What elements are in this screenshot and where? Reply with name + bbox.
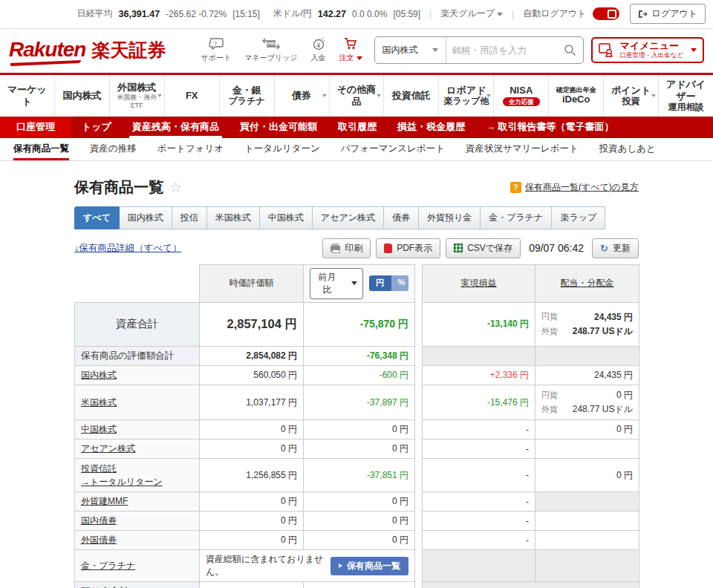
svg-text:?: ? bbox=[214, 40, 218, 47]
last-updated-timestamp: 09/07 06:42 bbox=[529, 242, 584, 254]
nav-other-products[interactable]: その他商品 bbox=[329, 75, 384, 117]
tab-foreign-deposit[interactable]: 外貨預り金 bbox=[419, 206, 481, 229]
account-person-icon bbox=[599, 42, 615, 57]
gold-holdings-list-button[interactable]: 保有商品一覧 bbox=[331, 557, 408, 575]
search-input[interactable] bbox=[446, 45, 564, 56]
main-content: 保有商品一覧 ☆ ? 保有商品一覧(すべて)の見方 すべて 国内株式 投信 米国… bbox=[74, 177, 639, 588]
row-label: 外国債券 bbox=[75, 531, 200, 550]
help-area: ? 保有商品一覧(すべて)の見方 bbox=[510, 181, 639, 194]
usdjpy-time: [05:59] bbox=[393, 9, 420, 19]
row-asean-stocks: アセアン株式 0 円 0 円 - bbox=[75, 440, 639, 459]
rakuten-group-menu[interactable]: 楽天グループ bbox=[440, 7, 503, 20]
site-header: Rakuten 楽天証券 ? サポート BANK マネーブリッジ 入金 注文 国… bbox=[0, 29, 713, 73]
support-chat-icon: ? bbox=[209, 37, 224, 50]
subnav-asset-summary-report[interactable]: 資産状況サマリーレポート bbox=[466, 138, 579, 160]
refresh-button[interactable]: ↻更新 bbox=[592, 238, 639, 258]
deposit-button[interactable]: 入金 bbox=[311, 37, 326, 63]
search-category-select[interactable]: 国内株式 bbox=[375, 37, 446, 63]
order-button[interactable]: 注文 bbox=[339, 37, 362, 63]
search-icon[interactable] bbox=[564, 44, 576, 56]
acct-nav-trade-reports[interactable]: → 取引報告書等（電子書面） bbox=[475, 117, 625, 138]
nav-gold-silver-platinum[interactable]: 金・銀プラチナ bbox=[219, 75, 274, 117]
compare-period-select[interactable]: 前月比 bbox=[310, 268, 363, 299]
pdf-button[interactable]: PDF表示 bbox=[376, 238, 440, 258]
tab-gold-platinum[interactable]: 金・プラチナ bbox=[481, 206, 552, 229]
row-gold-platinum: 金・プラチナ 資産総額に含まれておりません。 保有商品一覧 bbox=[75, 550, 639, 582]
pdf-icon bbox=[384, 244, 392, 253]
row-foreign-mmf: 外貨建MMF 0 円 0 円 - bbox=[75, 492, 639, 512]
holdings-detail-link[interactable]: ↓保有商品詳細（すべて） bbox=[74, 242, 182, 255]
nav-investment-trust[interactable]: 投資信託 bbox=[383, 75, 438, 117]
nikkei-time: [15:15] bbox=[232, 9, 260, 19]
nav-ideco[interactable]: 確定拠出年金iDeCo bbox=[548, 75, 603, 117]
nav-bonds[interactable]: 債券 bbox=[274, 75, 329, 117]
auto-logout-toggle[interactable] bbox=[593, 7, 619, 20]
asset-total-change: -75,870 円 bbox=[304, 302, 415, 346]
row-holdings-total: 保有商品の評価額合計 2,854,082 円 -76,348 円 bbox=[75, 346, 639, 365]
row-investment-trust: 投資信託 →トータルリターン 1,256,855 円 -37,851 円 - 0… bbox=[75, 459, 639, 492]
acct-nav-account-management[interactable]: 口座管理 bbox=[0, 117, 71, 138]
chevron-down-icon bbox=[691, 48, 697, 52]
tab-bonds[interactable]: 債券 bbox=[384, 206, 419, 229]
nav-roboadvisor[interactable]: ロボアド楽ラップ他 bbox=[438, 75, 493, 117]
main-navigation: マーケット 国内株式 外国株式米国株・海外ETF FX 金・銀プラチナ 債券 そ… bbox=[0, 73, 713, 117]
tab-all[interactable]: すべて bbox=[74, 206, 120, 229]
logout-button[interactable]: ログアウト bbox=[630, 4, 706, 24]
acct-nav-asset-balance[interactable]: 資産残高・保有商品 bbox=[122, 117, 229, 138]
support-button[interactable]: ? サポート bbox=[201, 37, 231, 63]
help-link[interactable]: 保有商品一覧(すべて)の見方 bbox=[525, 181, 639, 194]
usdjpy-change: 0.0 0.0% bbox=[352, 9, 387, 19]
col-header-realized-pl: 実現損益 bbox=[423, 264, 535, 302]
unit-percent[interactable]: % bbox=[391, 275, 409, 291]
subnav-investment-footprint[interactable]: 投資あしあと bbox=[599, 138, 656, 160]
row-asset-total: 資産合計 2,857,104 円 -75,870 円 -13,140 円 円貨2… bbox=[75, 302, 639, 346]
blank-cell bbox=[75, 264, 200, 302]
logo-text-shoken: 楽天証券 bbox=[91, 38, 166, 62]
subnav-asset-trend[interactable]: 資産の推移 bbox=[90, 138, 137, 160]
nav-foreign-stocks[interactable]: 外国株式米国株・海外ETF bbox=[109, 75, 164, 117]
tab-asean-stocks[interactable]: アセアン株式 bbox=[313, 206, 384, 229]
subnav-performance-report[interactable]: パフォーマンスレポート bbox=[341, 138, 445, 160]
tab-us-stocks[interactable]: 米国株式 bbox=[207, 206, 260, 229]
nav-domestic-stocks[interactable]: 国内株式 bbox=[54, 75, 109, 117]
nav-market[interactable]: マーケット bbox=[0, 75, 54, 117]
tab-china-stocks[interactable]: 中国株式 bbox=[260, 206, 313, 229]
money-bridge-button[interactable]: BANK マネーブリッジ bbox=[244, 37, 297, 63]
yen-percent-toggle[interactable]: 円% bbox=[369, 275, 408, 291]
row-label: 投資信託 →トータルリターン bbox=[75, 459, 200, 492]
print-button[interactable]: 印刷 bbox=[322, 238, 371, 258]
total-return-link[interactable]: →トータルリターン bbox=[81, 477, 163, 487]
row-label: 資産合計 bbox=[75, 302, 200, 346]
subnav-holdings-list[interactable]: 保有商品一覧 bbox=[13, 138, 69, 160]
acct-nav-top[interactable]: トップ bbox=[71, 117, 122, 138]
table-toolbar: ↓保有商品詳細（すべて） 印刷 PDF表示 CSVで保存 09/07 06:42… bbox=[74, 238, 639, 258]
divider: | bbox=[509, 9, 517, 19]
row-label: 米国株式 bbox=[75, 385, 200, 419]
title-row: 保有商品一覧 ☆ ? 保有商品一覧(すべて)の見方 bbox=[74, 177, 639, 197]
my-menu-title: マイメニュー bbox=[620, 41, 683, 52]
acct-nav-trade-history[interactable]: 取引履歴 bbox=[328, 117, 387, 138]
unit-yen[interactable]: 円 bbox=[369, 275, 391, 291]
nikkei-label: 日経平均 bbox=[77, 7, 113, 20]
nav-advisor[interactable]: アドバイザー運用相談 bbox=[658, 75, 713, 117]
favorite-star-icon[interactable]: ☆ bbox=[169, 179, 182, 196]
tab-domestic-stocks[interactable]: 国内株式 bbox=[120, 206, 172, 229]
tab-funds[interactable]: 投信 bbox=[172, 206, 207, 229]
rakuten-securities-logo[interactable]: Rakuten 楽天証券 bbox=[9, 38, 166, 62]
nav-point-investment[interactable]: ポイント投資 bbox=[603, 75, 658, 117]
nav-fx[interactable]: FX bbox=[164, 75, 219, 117]
chevron-down-icon bbox=[486, 94, 491, 97]
csv-button[interactable]: CSVで保存 bbox=[446, 238, 521, 258]
usdjpy-value: 142.27 bbox=[318, 9, 346, 19]
row-domestic-bonds: 国内債券 0 円 0 円 - bbox=[75, 512, 639, 531]
tab-rakuten-wrap[interactable]: 楽ラップ bbox=[552, 206, 605, 229]
acct-nav-buying-power[interactable]: 買付・出金可能額 bbox=[229, 117, 328, 138]
subnav-total-return[interactable]: トータルリターン bbox=[244, 138, 320, 160]
nav-nisa[interactable]: NISA全力応援 bbox=[493, 75, 548, 117]
account-navigation: 口座管理 トップ 資産残高・保有商品 買付・出金可能額 取引履歴 損益・税金履歴… bbox=[0, 117, 713, 138]
my-menu-button[interactable]: マイメニュー 口座管理・入出金など bbox=[591, 37, 704, 63]
subnav-portfolio[interactable]: ポートフォリオ bbox=[157, 138, 224, 160]
asset-total-realized-pl: -13,140 円 bbox=[423, 302, 535, 346]
logo-text-rakuten: Rakuten bbox=[9, 38, 85, 62]
acct-nav-pl-tax-history[interactable]: 損益・税金履歴 bbox=[387, 117, 475, 138]
